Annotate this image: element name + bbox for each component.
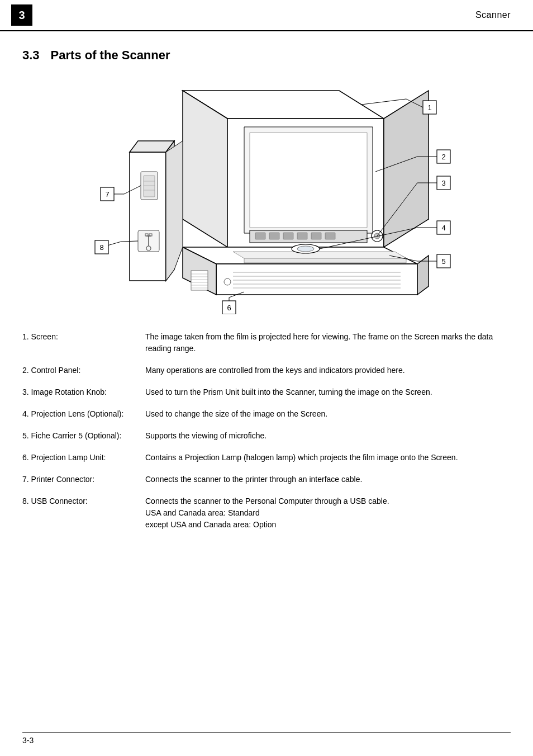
svg-marker-20 <box>244 258 406 263</box>
desc-label: 6. Projection Lamp Unit: <box>22 452 145 464</box>
desc-text: Used to change the size of the image on … <box>145 408 511 420</box>
description-row: 2. Control Panel:Many operations are con… <box>22 365 511 376</box>
svg-rect-9 <box>283 233 293 239</box>
header-title: Scanner <box>475 10 511 20</box>
desc-text: Connects the scanner to the Personal Com… <box>145 495 511 531</box>
description-row: 4. Projection Lens (Optional):Used to ch… <box>22 408 511 420</box>
description-section: 1. Screen:The image taken from the film … <box>0 320 533 557</box>
svg-rect-12 <box>325 233 335 239</box>
desc-label: 8. USB Connector: <box>22 495 145 507</box>
description-row: 8. USB Connector:Connects the scanner to… <box>22 495 511 531</box>
svg-rect-8 <box>269 233 279 239</box>
svg-text:5: 5 <box>441 257 445 266</box>
scanner-svg: 1 2 3 4 5 <box>71 74 462 314</box>
svg-text:1: 1 <box>427 103 431 112</box>
section-heading: 3.3 Parts of the Scanner <box>0 37 533 68</box>
svg-text:6: 6 <box>227 304 231 312</box>
diagram-area: 1 2 3 4 5 <box>0 68 533 320</box>
page-header: 3 Scanner <box>0 0 533 31</box>
desc-label: 2. Control Panel: <box>22 365 145 376</box>
svg-marker-3 <box>384 91 429 247</box>
svg-marker-42 <box>166 141 183 281</box>
desc-text: Used to turn the Prism Unit built into t… <box>145 386 511 398</box>
page-container: 3 Scanner 3.3 Parts of the Scanner <box>0 0 533 756</box>
desc-label: 5. Fiche Carrier 5 (Optional): <box>22 430 145 442</box>
section-title: Parts of the Scanner <box>51 48 170 63</box>
svg-text:8: 8 <box>99 243 103 252</box>
desc-text: Many operations are controlled from the … <box>145 365 511 376</box>
svg-point-50 <box>224 278 231 285</box>
svg-marker-5 <box>250 133 367 228</box>
description-row: 7. Printer Connector:Connects the scanne… <box>22 474 511 485</box>
desc-label: 1. Screen: <box>22 331 145 343</box>
desc-text: Contains a Projection Lamp (halogen lamp… <box>145 452 511 464</box>
svg-text:2: 2 <box>441 153 445 161</box>
svg-line-52 <box>361 99 406 105</box>
svg-marker-19 <box>233 252 406 258</box>
svg-rect-32 <box>144 176 155 197</box>
svg-rect-43 <box>191 271 208 290</box>
chapter-number: 3 <box>11 4 32 26</box>
svg-text:4: 4 <box>441 224 445 232</box>
desc-text: Connects the scanner to the printer thro… <box>145 474 511 485</box>
svg-rect-6 <box>250 230 367 243</box>
desc-label: 3. Image Rotation Knob: <box>22 386 145 398</box>
svg-text:7: 7 <box>105 190 109 199</box>
svg-marker-1 <box>183 91 227 247</box>
page-footer: 3-3 <box>22 732 511 745</box>
svg-rect-10 <box>297 233 307 239</box>
svg-rect-11 <box>311 233 321 239</box>
desc-label: 4. Projection Lens (Optional): <box>22 408 145 420</box>
desc-text: Supports the viewing of microfiche. <box>145 430 511 442</box>
scanner-diagram: 1 2 3 4 5 <box>71 74 462 314</box>
description-row: 1. Screen:The image taken from the film … <box>22 331 511 355</box>
svg-text:3: 3 <box>441 179 445 187</box>
svg-rect-7 <box>255 233 265 239</box>
description-row: 3. Image Rotation Knob:Used to turn the … <box>22 386 511 398</box>
footer-page-number: 3-3 <box>22 736 34 745</box>
desc-label: 7. Printer Connector: <box>22 474 145 485</box>
description-row: 6. Projection Lamp Unit:Contains a Proje… <box>22 452 511 464</box>
description-row: 5. Fiche Carrier 5 (Optional):Supports t… <box>22 430 511 442</box>
desc-text: The image taken from the film is project… <box>145 331 511 355</box>
section-number: 3.3 <box>22 48 40 63</box>
svg-point-22 <box>297 246 314 252</box>
svg-marker-16 <box>216 264 417 295</box>
